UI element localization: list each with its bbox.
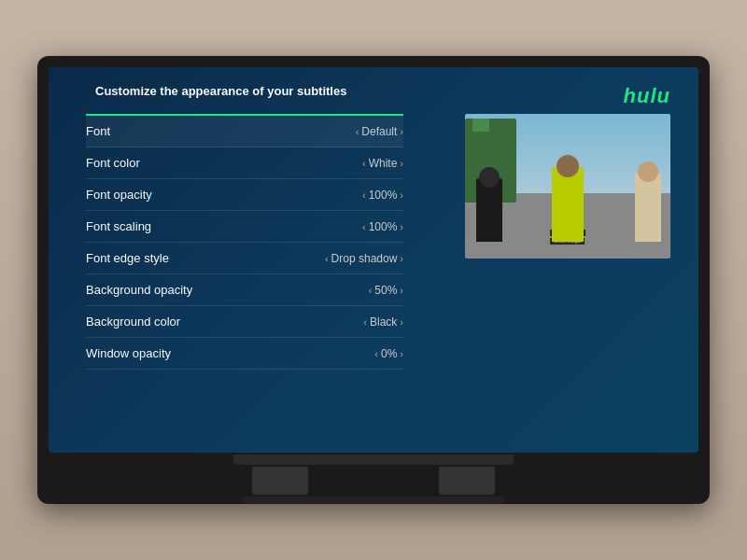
chevron-left-font-opacity: ‹: [362, 189, 366, 201]
setting-row-font-edge[interactable]: Font edge style ‹ Drop shadow ›: [86, 243, 403, 274]
preview-figure-center: [552, 167, 584, 242]
setting-row-font-color[interactable]: Font color ‹ White ›: [86, 147, 403, 179]
setting-value-bg-opacity: ‹ 50% ›: [369, 284, 403, 297]
preview-area: Text subtitle Sample dialogue Bottom dia…: [465, 114, 670, 259]
setting-row-bg-opacity[interactable]: Background opacity ‹ 50% ›: [86, 274, 403, 306]
setting-value-font-scaling: ‹ 100% ›: [362, 220, 403, 233]
chevron-right-font-color: ›: [400, 158, 403, 169]
setting-value-font: ‹ Default ›: [356, 125, 403, 138]
setting-row-font-scaling[interactable]: Font scaling ‹ 100% ›: [86, 211, 403, 243]
setting-label-bg-opacity: Background opacity: [86, 283, 192, 297]
setting-value-bg-color: ‹ Black ›: [363, 315, 403, 329]
chevron-left-font-edge: ‹: [325, 253, 329, 264]
chevron-right-font-edge: ›: [400, 253, 403, 264]
chevron-left-bg-color: ‹: [363, 316, 367, 328]
setting-label-bg-color: Background color: [86, 315, 180, 329]
tv-leg-left: [252, 467, 308, 495]
setting-row-font[interactable]: Font ‹ Default ›: [86, 116, 403, 147]
chevron-right-bg-color: ›: [400, 316, 403, 328]
setting-row-bg-color[interactable]: Background color ‹ Black ›: [86, 306, 403, 338]
setting-label-font-scaling: Font scaling: [86, 219, 151, 233]
hulu-logo: hulu: [624, 84, 670, 108]
setting-row-font-opacity[interactable]: Font opacity ‹ 100% ›: [86, 179, 403, 211]
chevron-right-font-scaling: ›: [400, 221, 403, 232]
settings-panel: Font ‹ Default › Font color ‹ White › Fo…: [86, 114, 403, 370]
chevron-left-window-opacity: ‹: [374, 348, 378, 359]
setting-label-font-opacity: Font opacity: [86, 188, 152, 202]
chevron-right-font: ›: [400, 126, 403, 137]
setting-value-window-opacity: ‹ 0% ›: [374, 347, 403, 360]
tv-screen: hulu Customize the appearance of your su…: [49, 67, 698, 453]
setting-label-window-opacity: Window opacity: [86, 346, 171, 360]
setting-value-font-edge: ‹ Drop shadow ›: [325, 252, 403, 265]
setting-value-font-color: ‹ White ›: [362, 157, 403, 170]
preview-figure-right: [635, 173, 661, 242]
chevron-left-font-scaling: ‹: [362, 221, 366, 232]
chevron-right-bg-opacity: ›: [400, 285, 403, 296]
setting-value-font-opacity: ‹ 100% ›: [362, 189, 403, 202]
page-title: Customize the appearance of your subtitl…: [95, 84, 346, 98]
chevron-left-font-color: ‹: [362, 158, 366, 169]
chevron-right-window-opacity: ›: [400, 348, 403, 359]
setting-label-font-edge: Font edge style: [86, 251, 169, 265]
preview-figure-left: [476, 178, 502, 242]
setting-label-font-color: Font color: [86, 156, 140, 170]
chevron-left-font: ‹: [356, 126, 359, 137]
preview-awning: [472, 119, 489, 132]
setting-row-window-opacity[interactable]: Window opacity ‹ 0% ›: [86, 338, 403, 370]
chevron-right-font-opacity: ›: [400, 189, 403, 201]
chevron-left-bg-opacity: ‹: [369, 285, 373, 296]
tv-frame: hulu Customize the appearance of your su…: [37, 56, 710, 504]
tv-base: [243, 497, 504, 504]
preview-canvas: Text subtitle Sample dialogue Bottom dia…: [465, 114, 670, 259]
setting-label-font: Font: [86, 124, 110, 138]
tv-stand-legs: [252, 467, 495, 495]
tv-stand-bar: [233, 455, 514, 465]
tv-leg-right: [439, 467, 495, 495]
